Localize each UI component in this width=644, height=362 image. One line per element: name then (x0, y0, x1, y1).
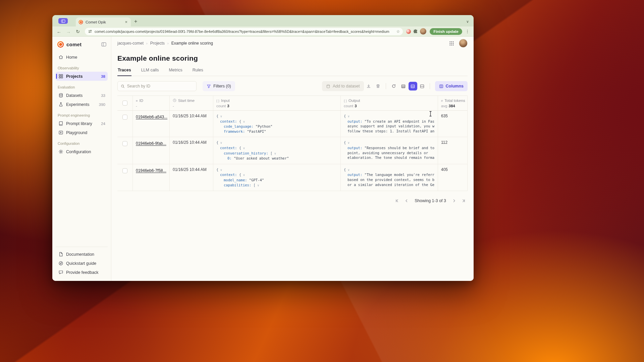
row-total-tokens: 112 (438, 137, 468, 164)
row-output-cell[interactable]: { ∨output: "Responses should be brief an… (341, 137, 438, 164)
column-header-id[interactable]: ≡ID - (133, 96, 170, 110)
expand-chevron-icon[interactable]: ∨ (218, 168, 222, 172)
export-download-button[interactable] (364, 81, 373, 91)
browser-menu-icon[interactable]: ⋮ (464, 29, 471, 34)
row-checkbox[interactable] (122, 141, 127, 146)
add-to-dataset-button[interactable]: Add to dataset (322, 81, 364, 91)
hash-icon: # (441, 99, 443, 103)
row-id-link[interactable]: 01946eb6-a543... (136, 115, 167, 119)
filters-button[interactable]: Filters (0) (203, 81, 235, 91)
apps-grid-icon[interactable] (449, 41, 454, 46)
row-input-cell[interactable]: { ∨context: { ∨code_language: "Python"fr… (213, 111, 341, 137)
row-checkbox[interactable] (122, 168, 127, 173)
expand-chevron-icon[interactable]: ∨ (241, 146, 245, 150)
tab-close-icon[interactable]: × (124, 20, 128, 24)
prompt-library-book-icon (58, 121, 63, 126)
breadcrumb-item-projects[interactable]: Projects (150, 41, 165, 46)
select-all-checkbox[interactable] (122, 101, 127, 106)
extension-brand-icon[interactable] (406, 29, 411, 34)
sidebar-item-experiments[interactable]: Experiments 390 (56, 100, 108, 109)
tab-rules[interactable]: Rules (192, 68, 204, 76)
code-line: conversation_history: [ ∨ (216, 151, 337, 156)
column-header-output[interactable]: { }Output count3 (341, 96, 438, 110)
experiments-count-badge: 390 (99, 103, 105, 107)
density-compact-button[interactable] (399, 82, 408, 90)
sidebar-item-home[interactable]: Home (56, 53, 108, 62)
sidebar-item-datasets[interactable]: Datasets 33 (56, 91, 108, 100)
collapse-sidebar-icon[interactable] (101, 42, 106, 47)
row-id-link[interactable]: 01946eb6-7f58... (136, 168, 166, 173)
browser-tab[interactable]: Comet Opik × (76, 17, 131, 26)
reload-button[interactable]: ↻ (74, 29, 82, 34)
finish-update-button[interactable]: Finish update (430, 28, 462, 35)
row-id-link[interactable]: 01946eb6-9fab... (136, 141, 166, 146)
refresh-button[interactable] (389, 81, 398, 91)
expand-chevron-icon[interactable]: ∨ (241, 120, 245, 123)
row-output-cell[interactable]: { ∨output: "To create an API endpoint in… (341, 111, 438, 137)
pagination-first-button[interactable] (393, 197, 401, 205)
row-output-cell[interactable]: { ∨output: "The language model you're re… (341, 164, 438, 191)
tab-strip-chevron-icon[interactable]: ∨ (466, 19, 469, 24)
back-button[interactable]: ← (55, 29, 63, 34)
forward-button[interactable]: → (65, 29, 72, 34)
delete-button[interactable] (373, 81, 383, 91)
sidebar-item-provide-feedback[interactable]: Provide feedback (56, 268, 108, 277)
browser-profile-avatar[interactable] (420, 28, 426, 35)
user-avatar[interactable] (459, 39, 468, 48)
expand-chevron-icon[interactable]: ∨ (256, 184, 259, 187)
tab-metrics[interactable]: Metrics (168, 68, 182, 76)
opik-app: comet Home Observability Projects 38 Eva… (52, 37, 474, 281)
code-line: framework: "FastAPI" (216, 129, 337, 134)
density-medium-button[interactable] (409, 82, 417, 90)
column-header-total-tokens[interactable]: #Total tokens avg384 (438, 96, 468, 110)
sidebar-item-prompt-library[interactable]: Prompt library 24 (56, 119, 108, 128)
pagination-last-button[interactable] (460, 197, 468, 205)
pagination-next-button[interactable] (450, 197, 458, 205)
new-tab-button[interactable]: + (134, 18, 137, 24)
code-line: point, avoiding unnecessary details or (344, 150, 435, 156)
pagination-prev-button[interactable] (402, 197, 411, 205)
sidebar-item-playground[interactable]: Playground (56, 128, 108, 137)
tab-title: Comet Opik (86, 20, 122, 24)
tab-group-button[interactable] (58, 18, 68, 24)
column-header-start-time[interactable]: Start time - (170, 96, 213, 110)
expand-chevron-icon[interactable]: ∨ (346, 168, 350, 172)
table-row[interactable]: 01946eb6-a543... 01/16/25 10:44 AM { ∨co… (117, 111, 468, 137)
code-line: capabilities: [ ∨ (216, 183, 337, 188)
playground-play-icon (58, 130, 63, 135)
expand-chevron-icon[interactable]: ∨ (218, 141, 222, 144)
sidebar-item-quickstart-guide[interactable]: Quickstart guide (56, 259, 108, 268)
search-box[interactable] (117, 81, 197, 91)
expand-chevron-icon[interactable]: ∨ (218, 115, 222, 118)
site-settings-icon[interactable] (88, 29, 92, 34)
search-input[interactable] (127, 84, 193, 88)
breadcrumb-item-workspace[interactable]: jacques-comet (117, 41, 144, 46)
tab-traces[interactable]: Traces (117, 68, 131, 76)
sidebar-item-configuration[interactable]: Configuration (56, 147, 108, 156)
breadcrumb-item-current: Example online scoring (171, 41, 213, 46)
table-row[interactable]: 01946eb6-9fab... 01/16/25 10:44 AM { ∨co… (117, 137, 468, 164)
tab-llm-calls[interactable]: LLM calls (141, 68, 159, 76)
row-input-cell[interactable]: { ∨context: { ∨model_name: "GPT-4"capabi… (213, 164, 341, 191)
row-checkbox[interactable] (122, 115, 127, 120)
column-header-input[interactable]: { }Input count3 (213, 96, 341, 110)
row-input-cell[interactable]: { ∨context: { ∨conversation_history: [ ∨… (213, 137, 341, 164)
expand-chevron-icon[interactable]: ∨ (346, 141, 350, 144)
sidebar-item-projects[interactable]: Projects 38 (56, 72, 108, 81)
bookmark-star-icon[interactable]: ☆ (396, 29, 400, 34)
sidebar-section-evaluation: Evaluation (58, 85, 106, 89)
columns-button[interactable]: Columns (435, 81, 468, 91)
row-start-time: 01/16/25 10:44 AM (170, 164, 213, 191)
browser-window: Comet Opik × + ∨ ← → ↻ comet.com/opik/ja… (52, 15, 474, 281)
density-tall-button[interactable] (418, 82, 427, 90)
expand-chevron-icon[interactable]: ∨ (272, 152, 276, 155)
pagination-status: Showing 1-3 of 3 (415, 198, 446, 203)
url-bar[interactable]: comet.com/opik/jacques-comet/projects/01… (85, 28, 403, 35)
extensions-puzzle-icon[interactable] (413, 29, 418, 34)
table-row[interactable]: 01946eb6-7f58... 01/16/25 10:44 AM { ∨co… (117, 164, 468, 191)
expand-chevron-icon[interactable]: ∨ (346, 115, 350, 118)
expand-chevron-icon[interactable]: ∨ (241, 173, 245, 177)
sidebar-item-documentation[interactable]: Documentation (56, 250, 108, 259)
code-line: based on the provided context, seems to … (344, 177, 435, 182)
download-icon (366, 84, 371, 88)
